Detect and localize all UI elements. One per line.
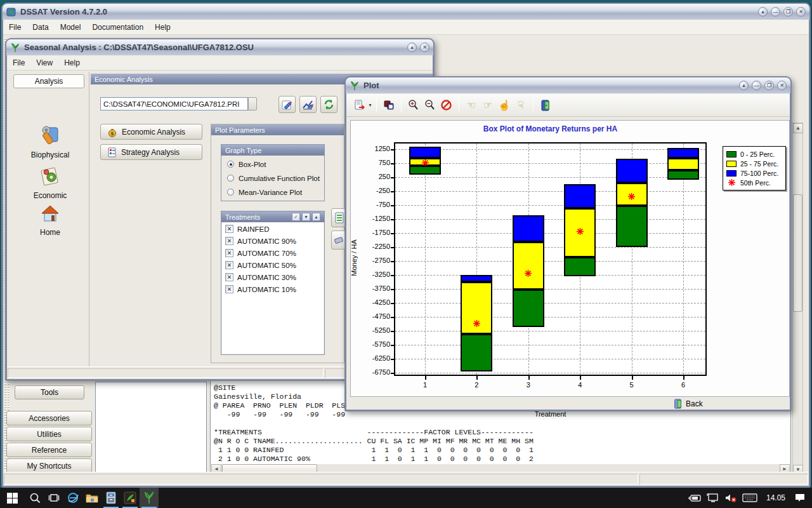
- tab-analysis[interactable]: Analysis: [13, 74, 84, 88]
- menu-item-help[interactable]: Help: [58, 56, 86, 70]
- collapse-button[interactable]: ▲: [407, 43, 417, 52]
- nav-button-reference[interactable]: Reference: [6, 443, 92, 457]
- treatment-item-rainfed[interactable]: ×RAINFED: [222, 222, 324, 234]
- back-button[interactable]: Back: [673, 399, 703, 409]
- collapse-button[interactable]: ▲: [739, 81, 749, 90]
- minimize-button[interactable]: —: [752, 81, 761, 90]
- close-button[interactable]: ✕: [796, 7, 806, 17]
- y-axis-label: Money / HA: [350, 254, 358, 262]
- tools-button[interactable]: Tools: [15, 385, 84, 399]
- power-plug-icon[interactable]: [688, 493, 702, 502]
- radio-option-box-plot[interactable]: Box-Plot: [221, 156, 324, 170]
- treatment-item-automatic-90[interactable]: ×AUTOMATIC 90%: [222, 234, 324, 246]
- menu-item-model[interactable]: Model: [55, 20, 87, 34]
- nav-button-accessories[interactable]: Accessories: [6, 411, 92, 425]
- start-button[interactable]: [3, 488, 22, 508]
- taskbar-file-explorer[interactable]: [82, 488, 102, 508]
- x-tick-label: 1: [412, 381, 438, 389]
- browse-button[interactable]: [248, 97, 257, 110]
- edit-file-button[interactable]: [278, 96, 296, 113]
- export-dropdown-icon[interactable]: ▼: [368, 103, 372, 107]
- graph-type-options: Box-PlotCumulative Function PlotMean-Var…: [221, 156, 324, 197]
- checkbox[interactable]: ×: [225, 273, 233, 281]
- checkbox[interactable]: ×: [225, 237, 233, 245]
- zoom-in-button[interactable]: [405, 97, 422, 114]
- collapse-button[interactable]: ▲: [758, 7, 768, 17]
- close-button[interactable]: ✕: [420, 43, 429, 52]
- sidebar-item-home[interactable]: Home: [11, 203, 89, 237]
- scroll-left-button[interactable]: ☜: [463, 97, 480, 114]
- scroll-up-button[interactable]: ☝: [496, 97, 513, 114]
- vertical-scrollbar[interactable]: ▲ ▼: [792, 123, 803, 476]
- refresh-button[interactable]: [320, 96, 337, 113]
- menu-item-file[interactable]: File: [7, 56, 30, 70]
- seasonal-titlebar[interactable]: Seasonal Analysis : C:\DSSAT47\Seasonal\…: [6, 39, 433, 55]
- main-statusbar: [3, 472, 809, 486]
- taskbar-app-dssat[interactable]: [121, 488, 140, 508]
- treatment-item-automatic-70[interactable]: ×AUTOMATIC 70%: [222, 246, 324, 258]
- checkbox[interactable]: ×: [225, 249, 233, 257]
- hand-up-icon: ☝: [498, 100, 511, 110]
- refresh-icon: [323, 98, 335, 110]
- menu-item-help[interactable]: Help: [149, 20, 176, 34]
- gridline-horizontal: [395, 303, 705, 304]
- economic-analysis-button[interactable]: $ Economic Analysis: [100, 124, 202, 140]
- volume-muted-icon[interactable]: [724, 493, 737, 503]
- main-titlebar[interactable]: DSSAT Version 4.7.2.0 ▲ — ❐ ✕: [3, 4, 809, 20]
- minimize-button[interactable]: —: [771, 7, 780, 17]
- treatment-label: AUTOMATIC 50%: [237, 262, 296, 269]
- checkbox[interactable]: ×: [225, 261, 233, 269]
- menu-item-file[interactable]: File: [3, 20, 27, 34]
- plot-titlebar[interactable]: Plot ▲ — ❐ ✕: [346, 77, 790, 93]
- action-center-icon[interactable]: [794, 492, 806, 504]
- task-view-button[interactable]: [44, 488, 63, 508]
- scroll-thumb[interactable]: [793, 194, 802, 312]
- radio-option-cumulative-function-plot[interactable]: Cumulative Function Plot: [221, 170, 324, 184]
- zoom-reset-button[interactable]: [438, 97, 455, 114]
- menu-item-view[interactable]: View: [30, 56, 58, 70]
- export-button[interactable]: [351, 97, 368, 114]
- scroll-up-arrow-icon[interactable]: ▲: [793, 123, 803, 133]
- treatment-item-automatic-10[interactable]: ×AUTOMATIC 10%: [222, 283, 324, 295]
- restore-button[interactable]: ❐: [783, 7, 793, 17]
- treatment-item-automatic-30[interactable]: ×AUTOMATIC 30%: [222, 271, 324, 283]
- check-all-icon[interactable]: ✓: [292, 213, 300, 221]
- zoom-out-button[interactable]: [422, 97, 438, 114]
- y-axis-tick: [391, 219, 395, 220]
- chart-legend: 0 - 25 Perc.25 - 75 Perc.75-100 Perc.50t…: [723, 146, 786, 190]
- strategy-analysis-button[interactable]: Strategy Analysis: [100, 144, 202, 160]
- file-listbox[interactable]: [95, 382, 207, 474]
- y-tick-label: 1250: [356, 145, 390, 152]
- windows-start-icon: [7, 493, 18, 504]
- checkbox[interactable]: ×: [225, 225, 233, 233]
- maximize-button[interactable]: ❐: [764, 81, 774, 90]
- keyboard-icon[interactable]: [742, 493, 757, 503]
- palette-button[interactable]: [381, 97, 397, 114]
- plant-icon: [350, 81, 360, 91]
- nav-button-my-shortcuts[interactable]: My Shortcuts: [6, 458, 92, 473]
- taskbar-app-seasonal-active[interactable]: [140, 488, 159, 508]
- taskbar-app-dssat-tools[interactable]: [102, 488, 121, 508]
- close-button[interactable]: ✕: [777, 81, 787, 90]
- exit-plot-button[interactable]: [537, 97, 554, 114]
- taskbar-internet-explorer[interactable]: [63, 488, 82, 508]
- treatment-item-automatic-50[interactable]: ×AUTOMATIC 50%: [222, 258, 324, 271]
- network-icon[interactable]: [707, 493, 719, 503]
- menu-item-data[interactable]: Data: [27, 20, 54, 34]
- sidebar-item-biophysical[interactable]: Biophysical: [11, 124, 89, 159]
- search-button[interactable]: [25, 488, 44, 508]
- file-path-field[interactable]: C:\DSSAT47\ECONOMIC\UFGA7812.PRI: [100, 97, 248, 110]
- y-axis-tick: [391, 205, 395, 206]
- radio-option-mean-variance-plot[interactable]: Mean-Variance Plot: [221, 184, 324, 197]
- move-up-icon[interactable]: ▲: [312, 213, 320, 221]
- menu-item-documentation[interactable]: Documentation: [86, 20, 149, 34]
- scroll-right-button[interactable]: ☞: [480, 97, 496, 114]
- move-down-icon[interactable]: ▼: [302, 213, 310, 221]
- edit-graph-button[interactable]: [299, 96, 317, 113]
- sidebar-item-economic[interactable]: Economic: [11, 164, 89, 200]
- clock[interactable]: 14.05: [763, 493, 789, 502]
- nav-button-utilities[interactable]: Utilities: [6, 427, 92, 441]
- median-marker: [421, 158, 429, 166]
- checkbox[interactable]: ×: [225, 285, 233, 293]
- scroll-down-button[interactable]: ☟: [513, 97, 529, 114]
